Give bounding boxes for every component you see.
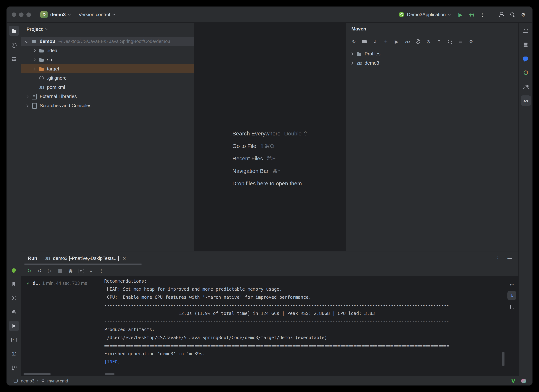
- code-with-me-icon[interactable]: [520, 81, 531, 92]
- search-icon[interactable]: [507, 10, 517, 19]
- eye-icon[interactable]: ◉: [66, 266, 75, 275]
- run-maven-build-icon[interactable]: ▶: [392, 37, 401, 46]
- close-tab-icon[interactable]: ×: [123, 255, 126, 261]
- chevron-down-icon[interactable]: [25, 40, 29, 43]
- commit-tool-icon[interactable]: [9, 40, 19, 50]
- tree-item-src[interactable]: src: [21, 55, 194, 64]
- vertical-scrollbar[interactable]: [502, 352, 505, 366]
- console[interactable]: Recommendations: HEAP: Set max heap for …: [99, 276, 505, 376]
- zoom-button[interactable]: [26, 12, 31, 17]
- execute-goal-icon[interactable]: m: [402, 37, 412, 46]
- clear-console-icon[interactable]: [507, 302, 516, 311]
- thread-dump-icon[interactable]: [76, 266, 85, 275]
- more-icon[interactable]: ⋮: [493, 254, 502, 263]
- resume-icon[interactable]: ▷: [46, 266, 54, 275]
- structure-tool-icon[interactable]: [9, 54, 19, 64]
- spring-tool-icon[interactable]: [9, 265, 19, 275]
- tree-item-external-libraries[interactable]: External Libraries: [21, 92, 194, 101]
- tree-item--gitignore[interactable]: .gitignore: [21, 73, 194, 83]
- tree-item-target[interactable]: target: [21, 64, 194, 73]
- vcs-widget[interactable]: Version control: [76, 10, 118, 19]
- tree-item-demo3[interactable]: mdemo3: [346, 58, 518, 67]
- problems-tool-icon[interactable]: [9, 349, 19, 359]
- run-button[interactable]: ▶: [456, 10, 465, 19]
- tree-item-scratches-and-consoles[interactable]: Scratches and Consoles: [21, 101, 194, 110]
- more-actions-icon[interactable]: ⋮: [478, 10, 487, 19]
- close-button[interactable]: [12, 12, 16, 17]
- git-tool-icon[interactable]: [9, 363, 19, 373]
- tab-scrollbar[interactable]: [24, 263, 142, 265]
- run-config-widget[interactable]: Demo3Application: [396, 10, 453, 19]
- run-tab-label: demo3 [-Pnative,-DskipTests...]: [53, 255, 119, 261]
- chevron-right-icon[interactable]: [33, 49, 36, 52]
- chevron-down-icon: [112, 13, 115, 16]
- chevron-right-icon[interactable]: [350, 62, 353, 65]
- horizontal-scrollbar[interactable]: [24, 373, 51, 375]
- minimize-icon[interactable]: —: [505, 254, 514, 263]
- rerun-icon[interactable]: ↻: [25, 266, 34, 275]
- horizontal-scrollbar[interactable]: [105, 373, 115, 375]
- more-tool-windows-icon[interactable]: ⋯: [9, 67, 19, 78]
- maven-settings-icon[interactable]: ⚙: [466, 37, 476, 46]
- more-run-options-icon[interactable]: ⋮: [97, 266, 106, 275]
- project-view-selector[interactable]: Project: [26, 26, 43, 32]
- database-tool-icon[interactable]: [520, 40, 531, 50]
- maven-tool-icon[interactable]: m: [520, 96, 531, 106]
- tree-item--idea[interactable]: .idea: [21, 46, 194, 55]
- terminal-tool-icon[interactable]: [9, 335, 19, 345]
- project-tool-window: Project demo3~/Desktop/CS/JavaEE/5 Java …: [21, 23, 194, 251]
- v-plugin-icon[interactable]: V: [510, 377, 517, 384]
- tree-item-pom-xml[interactable]: mpom.xml: [21, 83, 194, 92]
- folder-excluded-icon: [38, 66, 44, 72]
- offline-mode-icon[interactable]: [413, 37, 423, 46]
- download-sources-icon[interactable]: ↓: [371, 37, 380, 46]
- add-user-icon[interactable]: [496, 10, 506, 19]
- rerun-failed-icon: ↺: [37, 268, 43, 273]
- run-tool-icon[interactable]: [9, 321, 19, 331]
- chevron-right-icon[interactable]: [350, 52, 353, 55]
- build-tool-icon: [11, 309, 17, 315]
- bookmarks-tool-icon[interactable]: [9, 279, 19, 289]
- project-panel-header: Project: [21, 23, 194, 35]
- editor-area[interactable]: Search EverywhereDouble ⇧Go to File⇧⌘ORe…: [194, 23, 346, 251]
- chevron-down-icon[interactable]: [45, 27, 48, 30]
- run-tab[interactable]: m demo3 [-Pnative,-DskipTests...] ×: [45, 251, 126, 265]
- filter-icon[interactable]: ≡: [456, 37, 465, 46]
- run-result-row[interactable]: ✓ d… 1 min, 44 sec, 703 ms: [21, 279, 99, 287]
- chevron-right-icon[interactable]: [25, 95, 29, 98]
- log-level-info: [INFO]: [104, 359, 120, 364]
- breadcrumb-project[interactable]: demo3: [21, 378, 34, 383]
- add-maven-project-icon[interactable]: +: [381, 37, 391, 46]
- more-actions-icon: ⋮: [480, 12, 485, 17]
- soft-wrap-icon[interactable]: ↩: [507, 280, 516, 289]
- refresh-maven-icon[interactable]: ↻: [349, 37, 359, 46]
- export-icon[interactable]: ↧: [87, 266, 96, 275]
- build-tool-icon[interactable]: [9, 307, 19, 317]
- search-maven-icon[interactable]: [445, 37, 455, 46]
- chevron-right-icon[interactable]: [33, 58, 36, 61]
- chevron-right-icon[interactable]: [25, 104, 29, 107]
- settings-gear-icon[interactable]: ⚙: [518, 10, 528, 19]
- project-tool-icon[interactable]: [9, 26, 19, 36]
- generate-sources-icon[interactable]: [360, 37, 369, 46]
- rerun-icon: ↻: [26, 268, 32, 273]
- minimize-button[interactable]: [19, 12, 24, 17]
- scroll-to-end-icon[interactable]: ↧: [507, 291, 516, 300]
- tree-item-demo3[interactable]: demo3~/Desktop/CS/JavaEE/5 Java SpringBo…: [21, 37, 194, 46]
- project-widget[interactable]: D demo3: [38, 9, 73, 20]
- shortcut-label: Recent Files: [232, 155, 263, 161]
- clear-console-icon: [509, 304, 515, 309]
- collapse-all-icon[interactable]: ↥: [434, 37, 444, 46]
- ai-assistant-tool-icon[interactable]: [520, 54, 531, 64]
- profiler-tool-icon[interactable]: [520, 67, 531, 78]
- debug-button[interactable]: [467, 10, 476, 19]
- notifications-icon[interactable]: [520, 26, 531, 36]
- chevron-right-icon[interactable]: [33, 67, 36, 71]
- tree-item-profiles[interactable]: Profiles: [346, 49, 518, 58]
- rerun-failed-icon[interactable]: ↺: [35, 266, 44, 275]
- assistant-plugin-icon[interactable]: [520, 377, 527, 384]
- breadcrumb-file[interactable]: mvnw.cmd: [47, 378, 68, 383]
- stop-icon[interactable]: ■: [56, 266, 65, 275]
- services-tool-icon[interactable]: [9, 293, 19, 303]
- skip-tests-icon[interactable]: ⊘: [424, 37, 433, 46]
